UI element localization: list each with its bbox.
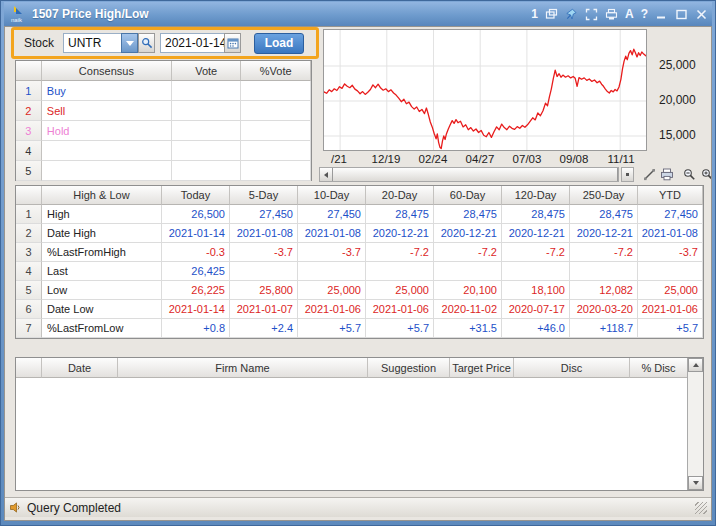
row-number[interactable]: 1 [16, 81, 42, 101]
pct-vote-cell[interactable] [241, 81, 311, 101]
value-cell[interactable] [230, 262, 298, 281]
pct-vote-cell[interactable] [241, 101, 311, 121]
value-cell[interactable]: 2021-01-08 [638, 224, 703, 243]
value-cell[interactable]: 26,225 [162, 281, 230, 300]
value-cell[interactable]: 2021-01-14 [162, 224, 230, 243]
scroll-left-button[interactable] [320, 168, 333, 181]
value-cell[interactable]: +5.7 [366, 319, 434, 338]
value-cell[interactable]: +118.7 [570, 319, 638, 338]
value-cell[interactable]: 2021-01-14 [162, 300, 230, 319]
value-cell[interactable]: 25,000 [638, 281, 703, 300]
value-cell[interactable] [366, 262, 434, 281]
value-cell[interactable]: 27,450 [298, 205, 366, 224]
value-cell[interactable]: 25,800 [230, 281, 298, 300]
maximize-button[interactable] [675, 8, 688, 21]
value-cell[interactable]: 26,500 [162, 205, 230, 224]
value-cell[interactable]: 2021-01-06 [638, 300, 703, 319]
metric-label-cell[interactable]: High [42, 205, 162, 224]
value-cell[interactable]: 2020-12-21 [570, 224, 638, 243]
chart-scrollbar-thumb[interactable] [333, 168, 618, 181]
value-cell[interactable]: 25,000 [298, 281, 366, 300]
zoom-out-icon[interactable] [681, 167, 697, 182]
titlebar[interactable]: naik 1507 Price High/Low 1 A ? [4, 2, 712, 26]
row-number[interactable]: 6 [16, 300, 42, 319]
close-button[interactable] [695, 8, 708, 21]
stock-input[interactable] [63, 33, 121, 53]
consensus-label-cell[interactable] [42, 161, 172, 181]
value-cell[interactable]: 2020-11-02 [434, 300, 502, 319]
row-number[interactable]: 4 [16, 141, 42, 161]
stock-search-button[interactable] [138, 33, 155, 53]
vote-cell[interactable] [172, 101, 242, 121]
trend-line-tool-icon[interactable] [641, 167, 657, 182]
consensus-label-cell[interactable]: Sell [42, 101, 172, 121]
zoom-in-icon[interactable] [699, 167, 712, 182]
value-cell[interactable]: 2020-03-20 [570, 300, 638, 319]
vote-cell[interactable] [172, 141, 242, 161]
row-number[interactable]: 2 [16, 101, 42, 121]
pin-icon[interactable] [565, 8, 578, 21]
value-cell[interactable]: -0.3 [162, 243, 230, 262]
scroll-up-button[interactable] [688, 358, 703, 372]
value-cell[interactable]: 27,450 [638, 205, 703, 224]
vote-cell[interactable] [172, 161, 242, 181]
value-cell[interactable]: -3.7 [230, 243, 298, 262]
value-cell[interactable]: 2021-01-06 [298, 300, 366, 319]
value-cell[interactable] [502, 262, 570, 281]
value-cell[interactable] [298, 262, 366, 281]
value-cell[interactable]: -7.2 [570, 243, 638, 262]
print-icon[interactable] [605, 8, 618, 21]
value-cell[interactable]: -3.7 [298, 243, 366, 262]
resize-grip[interactable] [695, 502, 707, 514]
value-cell[interactable]: 27,450 [230, 205, 298, 224]
date-input[interactable] [160, 33, 224, 53]
consensus-label-cell[interactable]: Hold [42, 121, 172, 141]
value-cell[interactable]: -7.2 [366, 243, 434, 262]
value-cell[interactable]: -3.7 [638, 243, 703, 262]
value-cell[interactable]: 25,000 [366, 281, 434, 300]
value-cell[interactable]: 28,475 [570, 205, 638, 224]
price-chart-plot[interactable] [323, 29, 647, 151]
value-cell[interactable]: 2020-12-21 [366, 224, 434, 243]
row-number[interactable]: 4 [16, 262, 42, 281]
pct-vote-cell[interactable] [241, 161, 311, 181]
firm-table-scrollbar[interactable] [687, 358, 703, 490]
value-cell[interactable]: 20,100 [434, 281, 502, 300]
value-cell[interactable]: -7.2 [502, 243, 570, 262]
row-number[interactable]: 5 [16, 161, 42, 181]
value-cell[interactable]: +2.4 [230, 319, 298, 338]
value-cell[interactable]: 28,475 [434, 205, 502, 224]
value-cell[interactable]: +5.7 [298, 319, 366, 338]
pct-vote-cell[interactable] [241, 141, 311, 161]
scrollbar-track[interactable] [688, 372, 703, 476]
value-cell[interactable]: +0.8 [162, 319, 230, 338]
help-button[interactable]: ? [641, 8, 648, 21]
value-cell[interactable]: 2021-01-07 [230, 300, 298, 319]
vote-cell[interactable] [172, 81, 242, 101]
value-cell[interactable]: 18,100 [502, 281, 570, 300]
value-cell[interactable]: +46.0 [502, 319, 570, 338]
metric-label-cell[interactable]: %LastFromLow [42, 319, 162, 338]
load-button[interactable]: Load [254, 33, 304, 54]
expand-icon[interactable] [585, 8, 598, 21]
value-cell[interactable]: 2020-12-21 [434, 224, 502, 243]
value-cell[interactable]: 26,425 [162, 262, 230, 281]
value-cell[interactable] [434, 262, 502, 281]
row-number[interactable]: 1 [16, 205, 42, 224]
row-number[interactable]: 7 [16, 319, 42, 338]
pct-vote-cell[interactable] [241, 121, 311, 141]
metric-label-cell[interactable]: Date High [42, 224, 162, 243]
metric-label-cell[interactable]: Low [42, 281, 162, 300]
value-cell[interactable]: +31.5 [434, 319, 502, 338]
chart-scrollbar[interactable] [319, 167, 619, 182]
value-cell[interactable]: 28,475 [502, 205, 570, 224]
vote-cell[interactable] [172, 121, 242, 141]
chart-scrollbar-end-button[interactable] [621, 167, 634, 182]
font-size-button[interactable]: A [625, 8, 634, 21]
row-number[interactable]: 2 [16, 224, 42, 243]
minimize-button[interactable] [655, 8, 668, 21]
value-cell[interactable]: 2020-07-17 [502, 300, 570, 319]
metric-label-cell[interactable]: Last [42, 262, 162, 281]
value-cell[interactable]: +5.7 [638, 319, 703, 338]
value-cell[interactable]: 2020-12-21 [502, 224, 570, 243]
